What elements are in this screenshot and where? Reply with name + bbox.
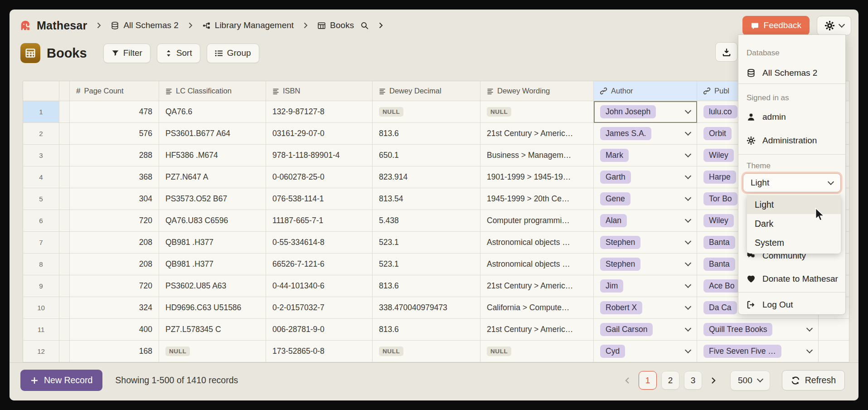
filter-button[interactable]: Filter xyxy=(103,44,150,63)
chevron-down-icon[interactable] xyxy=(685,216,691,223)
cell-isbn[interactable]: 173-52865-0-8 xyxy=(266,341,373,362)
column-header-lc-classification[interactable]: LC Classification xyxy=(159,81,266,101)
row-number[interactable]: 10 xyxy=(23,297,59,319)
chevron-down-icon[interactable] xyxy=(685,347,691,353)
cell-dewey-wording[interactable]: California > Compute… xyxy=(480,297,594,319)
cell-isbn[interactable]: 006-28781-9-0 xyxy=(266,319,373,341)
breadcrumb-item-database[interactable]: All Schemas 2 xyxy=(111,20,178,30)
cell-dewey-wording[interactable]: 21st Century > Americ… xyxy=(480,319,594,341)
cell-author[interactable]: Stephen xyxy=(594,232,697,254)
cell-page-count[interactable]: 208 xyxy=(70,232,159,254)
row-number[interactable]: 6 xyxy=(23,210,59,232)
cell-dewey-wording[interactable]: 1945-1999 > 20th Ce… xyxy=(480,188,594,210)
breadcrumb-expand-chevron-icon[interactable] xyxy=(377,22,384,29)
cell-page-count[interactable]: 168 xyxy=(70,341,159,362)
cell-isbn[interactable]: 66526-7-121-6 xyxy=(266,254,373,275)
cell-dewey-decimal[interactable]: 523.1 xyxy=(373,232,480,254)
menu-item-user[interactable]: admin xyxy=(738,107,845,127)
column-header-dewey-wording[interactable]: Dewey Wording xyxy=(480,81,594,101)
cell-author[interactable]: Mark xyxy=(594,145,697,166)
cell-isbn[interactable]: 0-55-334614-8 xyxy=(266,232,373,254)
column-header-isbn[interactable]: ISBN xyxy=(266,81,373,101)
menu-item-database[interactable]: All Schemas 2 xyxy=(738,63,845,83)
cell-dewey-decimal[interactable]: 338.470040979473 xyxy=(373,297,480,319)
cell-dewey-wording[interactable]: NULL xyxy=(480,341,594,362)
chevron-down-icon[interactable] xyxy=(685,107,691,114)
cell-author[interactable]: Gene xyxy=(594,188,697,210)
row-number[interactable]: 2 xyxy=(23,123,59,145)
export-download-button[interactable] xyxy=(715,42,737,62)
chevron-down-icon[interactable] xyxy=(685,195,691,201)
column-header-dewey-decimal[interactable]: Dewey Decimal xyxy=(373,81,480,101)
cell-lc-classification[interactable]: PZ7.L578345 C xyxy=(159,319,266,341)
chevron-down-icon[interactable] xyxy=(685,151,691,157)
cell-lc-classification[interactable]: NULL xyxy=(159,341,266,362)
row-number[interactable]: 11 xyxy=(23,319,59,341)
feedback-button[interactable]: Feedback xyxy=(742,16,810,35)
theme-select[interactable]: Light xyxy=(743,173,841,192)
menu-item-donate[interactable]: Donate to Mathesar xyxy=(738,269,845,289)
cell-publisher[interactable]: Five Seven Five … xyxy=(697,341,819,362)
cell-author[interactable]: Garth xyxy=(594,166,697,188)
cell-author[interactable]: Gail Carson xyxy=(594,319,697,341)
cell-page-count[interactable]: 324 xyxy=(70,297,159,319)
previous-page-chevron-icon[interactable] xyxy=(621,371,634,390)
chevron-down-icon[interactable] xyxy=(806,325,813,332)
cell-dewey-wording[interactable]: NULL xyxy=(480,101,594,123)
breadcrumb-item-table[interactable]: Books xyxy=(317,20,354,30)
menu-item-logout[interactable]: Log Out xyxy=(738,295,845,315)
cell-dewey-wording[interactable]: Computer programmi… xyxy=(480,210,594,232)
cell-dewey-decimal[interactable]: 813.54 xyxy=(373,188,480,210)
cell-lc-classification[interactable]: PS3573.O52 B67 xyxy=(159,188,266,210)
cell-page-count[interactable]: 720 xyxy=(70,275,159,297)
cell-page-count[interactable]: 288 xyxy=(70,145,159,166)
cell-isbn[interactable]: 076-538-114-1 xyxy=(266,188,373,210)
cell-lc-classification[interactable]: QB981 .H377 xyxy=(159,254,266,275)
cell-page-count[interactable]: 304 xyxy=(70,188,159,210)
row-number[interactable]: 4 xyxy=(23,166,59,188)
cell-dewey-wording[interactable]: Astronomical objects … xyxy=(480,232,594,254)
cell-dewey-decimal[interactable]: 813.6 xyxy=(373,275,480,297)
page-button-1[interactable]: 1 xyxy=(639,371,657,390)
settings-gear-button[interactable] xyxy=(817,16,851,35)
row-number[interactable]: 3 xyxy=(23,145,59,166)
cell-dewey-wording[interactable]: 1901-1999 > 1945-19… xyxy=(480,166,594,188)
cell-lc-classification[interactable]: HD9696.C63 U51586 xyxy=(159,297,266,319)
chevron-down-icon[interactable] xyxy=(685,260,691,266)
cell-dewey-wording[interactable]: 21st Century > Americ… xyxy=(480,123,594,145)
row-number[interactable]: 7 xyxy=(23,232,59,254)
breadcrumb-item-schema[interactable]: Library Management xyxy=(202,20,294,30)
column-header-author[interactable]: Author xyxy=(594,81,697,101)
theme-option-dark[interactable]: Dark xyxy=(747,214,841,233)
cell-isbn[interactable]: 132-9-87127-8 xyxy=(266,101,373,123)
page-button-2[interactable]: 2 xyxy=(661,371,679,390)
new-record-button[interactable]: New Record xyxy=(20,370,102,391)
cell-isbn[interactable]: 0-060278-25-0 xyxy=(266,166,373,188)
cell-author[interactable]: Jim xyxy=(594,275,697,297)
cell-dewey-wording[interactable]: Astronomical objects … xyxy=(480,254,594,275)
cell-lc-classification[interactable]: QA76.6 xyxy=(159,101,266,123)
chevron-down-icon[interactable] xyxy=(685,238,691,244)
cell-page-count[interactable]: 400 xyxy=(70,319,159,341)
chevron-down-icon[interactable] xyxy=(806,347,813,353)
cell-author[interactable]: James S.A. xyxy=(594,123,697,145)
cell-dewey-decimal[interactable]: 523.1 xyxy=(373,254,480,275)
cell-page-count[interactable]: 576 xyxy=(70,123,159,145)
cell-author[interactable]: Robert X xyxy=(594,297,697,319)
row-number[interactable]: 9 xyxy=(23,275,59,297)
cell-lc-classification[interactable]: PS3601.B677 A64 xyxy=(159,123,266,145)
chevron-down-icon[interactable] xyxy=(685,129,691,136)
cell-page-count[interactable]: 720 xyxy=(70,210,159,232)
cell-lc-classification[interactable]: PS3602.U85 A63 xyxy=(159,275,266,297)
cell-page-count[interactable]: 368 xyxy=(70,166,159,188)
refresh-button[interactable]: Refresh xyxy=(782,370,845,390)
cell-author[interactable]: Stephen xyxy=(594,254,697,275)
row-number[interactable]: 5 xyxy=(23,188,59,210)
table-search-icon[interactable] xyxy=(360,21,369,30)
cell-isbn[interactable]: 0-2-0157032-7 xyxy=(266,297,373,319)
column-header-page-count[interactable]: # Page Count xyxy=(70,81,159,101)
brand[interactable]: Mathesar xyxy=(19,19,87,32)
group-button[interactable]: Group xyxy=(207,44,259,63)
cell-isbn[interactable]: 0-44-101340-6 xyxy=(266,275,373,297)
chevron-down-icon[interactable] xyxy=(685,303,691,310)
